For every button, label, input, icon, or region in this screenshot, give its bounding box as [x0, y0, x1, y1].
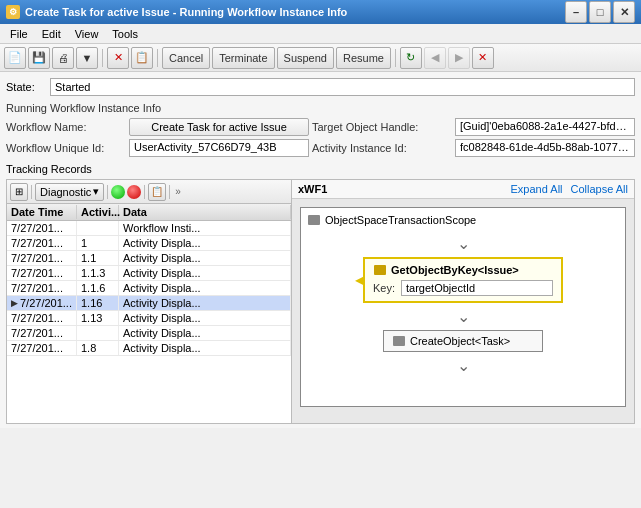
left-panel: ⊞ Diagnostic ▾ 📋 » Date Time — [7, 180, 292, 423]
separator-3 — [395, 49, 396, 67]
panel-more[interactable]: » — [175, 186, 181, 197]
content-area: State: Running Workflow Instance Info Wo… — [0, 72, 641, 428]
minimize-button[interactable]: – — [565, 1, 587, 23]
print-button[interactable]: 🖨 — [52, 47, 74, 69]
maximize-button[interactable]: □ — [589, 1, 611, 23]
table-header: Date Time Activi... Data — [7, 204, 291, 221]
right-header: xWF1 Expand All Collapse All — [292, 180, 634, 199]
title-bar-controls: – □ ✕ — [565, 1, 635, 23]
wf-left-arrow: ◀ — [355, 273, 364, 287]
separator-2 — [157, 49, 158, 67]
table-row[interactable]: 7/27/201... Activity Displa... — [7, 326, 291, 341]
td-datetime: 7/27/201... — [7, 281, 77, 295]
diagnostic-dropdown[interactable]: Diagnostic ▾ — [35, 183, 104, 201]
td-datetime: 7/27/201... — [7, 311, 77, 325]
td-data: Activity Displa... — [119, 341, 291, 355]
target-handle-label: Target Object Handle: — [312, 121, 452, 133]
td-datetime: 7/27/201... — [7, 326, 77, 340]
title-bar: ⚙ Create Task for active Issue - Running… — [0, 0, 641, 24]
menu-edit[interactable]: Edit — [36, 27, 67, 41]
td-activity: 1.13 — [77, 311, 119, 325]
state-label: State: — [6, 81, 42, 93]
table-row[interactable]: 7/27/201... 1.1.6 Activity Displa... — [7, 281, 291, 296]
menu-file[interactable]: File — [4, 27, 34, 41]
col-data: Data — [119, 205, 291, 219]
td-datetime: 7/27/201... — [7, 236, 77, 250]
workflow-unique-id-label: Workflow Unique Id: — [6, 142, 126, 154]
red-circle-btn[interactable] — [127, 185, 141, 199]
forward-button[interactable]: ▶ — [448, 47, 470, 69]
wf-highlighted-node[interactable]: ◀ GetObjectByKey<Issue> Key: targetObjec… — [363, 257, 563, 303]
col-activity: Activi... — [77, 205, 119, 219]
wf-arrow-2: ⌄ — [307, 307, 619, 326]
target-handle-value: [Guid]'0eba6088-2a1e-4427-bfd8-4e — [455, 118, 635, 136]
tracking-section: Tracking Records ⊞ Diagnostic ▾ 📋 — [6, 163, 635, 424]
wf-node-key-row: Key: targetObjectId — [373, 280, 553, 296]
xwf-label: xWF1 — [298, 183, 327, 195]
delete-button[interactable]: ✕ — [107, 47, 129, 69]
refresh-button[interactable]: ↻ — [400, 47, 422, 69]
terminate-button[interactable]: Terminate — [212, 47, 274, 69]
state-input[interactable] — [50, 78, 635, 96]
left-tb-icon2[interactable]: 📋 — [148, 183, 166, 201]
td-datetime: 7/27/201... — [7, 251, 77, 265]
key-label: Key: — [373, 282, 395, 294]
left-tb-icon1[interactable]: ⊞ — [10, 183, 28, 201]
td-data: Activity Displa... — [119, 296, 291, 310]
unknown-button[interactable]: 📋 — [131, 47, 153, 69]
table-row-selected[interactable]: ▶7/27/201... 1.16 Activity Displa... — [7, 296, 291, 311]
expand-all-btn[interactable]: Expand All — [511, 183, 563, 195]
main-panel: ⊞ Diagnostic ▾ 📋 » Date Time — [6, 179, 635, 424]
save-button[interactable]: 💾 — [28, 47, 50, 69]
activity-instance-id-value: fc082848-61de-4d5b-88ab-10775f9 — [455, 139, 635, 157]
workflow-name-value[interactable]: Create Task for active Issue — [129, 118, 309, 136]
workflow-unique-id-value: UserActivity_57C66D79_43B — [129, 139, 309, 157]
table-row[interactable]: 7/27/201... 1 Activity Displa... — [7, 236, 291, 251]
wf-node-title: GetObjectByKey<Issue> — [373, 264, 553, 276]
menu-view[interactable]: View — [69, 27, 105, 41]
collapse-all-btn[interactable]: Collapse All — [571, 183, 628, 195]
td-data: Activity Displa... — [119, 326, 291, 340]
dropdown-button[interactable]: ▼ — [76, 47, 98, 69]
stop-button[interactable]: ✕ — [472, 47, 494, 69]
workflow-info-grid: Workflow Name: Create Task for active Is… — [6, 118, 635, 157]
table-row[interactable]: 7/27/201... Workflow Insti... — [7, 221, 291, 236]
toolbar: 📄 💾 🖨 ▼ ✕ 📋 Cancel Terminate Suspend Res… — [0, 44, 641, 72]
new-button[interactable]: 📄 — [4, 47, 26, 69]
green-circle-btn[interactable] — [111, 185, 125, 199]
tracking-title: Tracking Records — [6, 163, 635, 175]
col-datetime: Date Time — [7, 205, 77, 219]
wf-outer-box-title: ObjectSpaceTransactionScope — [307, 214, 619, 226]
td-datetime: 7/27/201... — [7, 221, 77, 235]
close-button[interactable]: ✕ — [613, 1, 635, 23]
td-activity — [77, 326, 119, 340]
table-row[interactable]: 7/27/201... 1.13 Activity Displa... — [7, 311, 291, 326]
table-row[interactable]: 7/27/201... 1.1.3 Activity Displa... — [7, 266, 291, 281]
lt-sep-4 — [169, 185, 170, 199]
wf-arrow-3: ⌄ — [307, 356, 619, 375]
table-row[interactable]: 7/27/201... 1.8 Activity Displa... — [7, 341, 291, 356]
state-row: State: — [6, 78, 635, 96]
right-header-btns: Expand All Collapse All — [511, 183, 628, 195]
wf-create-node[interactable]: CreateObject<Task> — [383, 330, 543, 352]
cancel-button[interactable]: Cancel — [162, 47, 210, 69]
resume-button[interactable]: Resume — [336, 47, 391, 69]
td-data: Activity Displa... — [119, 311, 291, 325]
wf-node-icon — [373, 264, 387, 276]
table-row[interactable]: 7/27/201... 1.1 Activity Displa... — [7, 251, 291, 266]
workflow-canvas[interactable]: ObjectSpaceTransactionScope ⌄ ◀ Ge — [292, 199, 634, 423]
separator-1 — [102, 49, 103, 67]
svg-rect-0 — [308, 215, 320, 225]
td-data: Activity Displa... — [119, 266, 291, 280]
workflow-name-label: Workflow Name: — [6, 121, 126, 133]
td-data: Workflow Insti... — [119, 221, 291, 235]
td-activity — [77, 221, 119, 235]
td-data: Activity Displa... — [119, 236, 291, 250]
td-activity: 1.1 — [77, 251, 119, 265]
menu-tools[interactable]: Tools — [106, 27, 144, 41]
table-body: 7/27/201... Workflow Insti... 7/27/201..… — [7, 221, 291, 423]
back-button[interactable]: ◀ — [424, 47, 446, 69]
app-icon: ⚙ — [6, 5, 20, 19]
td-datetime: ▶7/27/201... — [7, 296, 77, 310]
suspend-button[interactable]: Suspend — [277, 47, 334, 69]
